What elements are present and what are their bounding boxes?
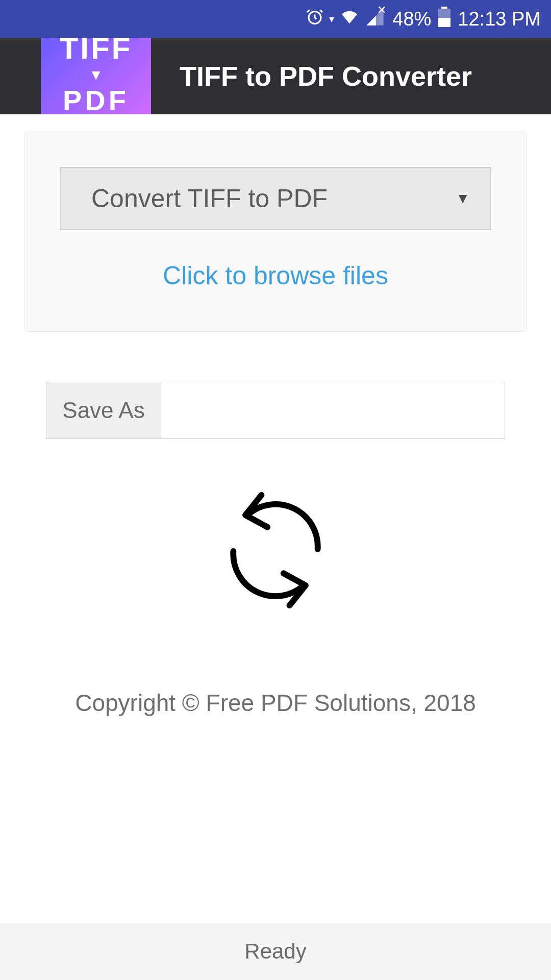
app-title: TIFF to PDF Converter xyxy=(180,60,472,92)
dropdown-selected-label: Convert TIFF to PDF xyxy=(91,184,328,213)
alarm-icon xyxy=(306,8,324,31)
app-logo: TIFF ▼ PDF xyxy=(41,38,151,114)
status-text: Ready xyxy=(244,939,306,964)
save-as-input[interactable] xyxy=(161,382,505,439)
app-header: TIFF ▼ PDF TIFF to PDF Converter xyxy=(0,38,551,114)
convert-button[interactable] xyxy=(0,485,551,618)
chevron-down-icon: ▼ xyxy=(89,68,103,82)
dropdown-small-icon: ▾ xyxy=(329,13,334,25)
logo-text-bottom: PDF xyxy=(63,86,129,114)
svg-rect-3 xyxy=(438,18,450,27)
clock-time: 12:13 PM xyxy=(458,8,541,30)
refresh-icon xyxy=(215,485,336,618)
caret-down-icon: ▼ xyxy=(456,190,470,207)
convert-mode-dropdown[interactable]: Convert TIFF to PDF ▼ xyxy=(60,167,491,230)
cell-signal-icon: ✕ xyxy=(365,7,385,32)
status-footer: Ready xyxy=(0,923,551,980)
battery-percentage: 48% xyxy=(392,8,431,30)
copyright-text: Copyright © Free PDF Solutions, 2018 xyxy=(0,689,551,717)
status-icons: ▾ ✕ xyxy=(306,7,385,32)
convert-panel: Convert TIFF to PDF ▼ Click to browse fi… xyxy=(24,131,527,332)
save-as-label: Save As xyxy=(46,382,161,439)
status-bar: ▾ ✕ 48% 12:13 PM xyxy=(0,0,551,38)
wifi-icon xyxy=(339,7,360,32)
battery-icon xyxy=(438,7,450,32)
browse-files-link[interactable]: Click to browse files xyxy=(60,261,491,290)
logo-text-top: TIFF xyxy=(60,38,133,64)
svg-rect-1 xyxy=(441,7,447,9)
save-as-row: Save As xyxy=(46,382,505,439)
